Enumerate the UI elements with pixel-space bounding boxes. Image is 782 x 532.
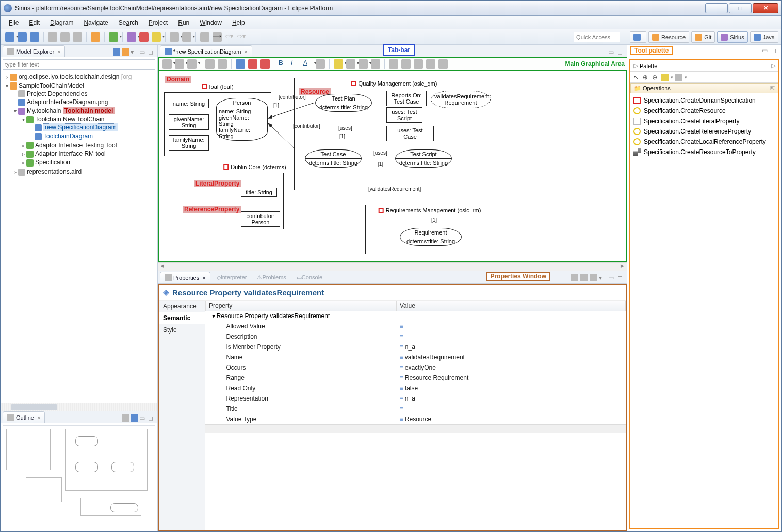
property-value[interactable]: ≡ n_a [397,393,626,404]
image-button[interactable] [371,59,380,69]
chevron-icon[interactable]: ▷ [771,62,775,69]
reveal-button[interactable] [414,59,423,69]
select-button[interactable] [175,59,184,69]
resource-testcase[interactable]: Test Case dcterms:title: String [305,149,362,168]
save-button[interactable] [18,32,27,42]
font-button[interactable] [316,59,325,69]
domain-qm[interactable]: Quality Management (oslc_qm) Test Plan d… [294,78,494,190]
resource-validates-selected[interactable]: validatesRequirement: Requirement [431,91,491,108]
property-row[interactable]: Range≡ Resource Requirement [206,373,626,383]
property-value[interactable]: ≡ exactlyOne [397,362,626,373]
menu-diagram[interactable]: Diagram [45,18,78,28]
tab-console[interactable]: ▭ Console [292,272,327,283]
property-row[interactable]: Read Only≡ false [206,383,626,393]
close-icon[interactable]: × [245,48,248,55]
maximize-view-icon[interactable]: ◻ [617,274,625,281]
property-value[interactable]: ≡ false [397,383,626,393]
small-field[interactable]: uses: Test Case [386,126,434,141]
literal-field[interactable]: title: String [241,188,277,197]
tree-item[interactable]: My.toolchain [27,107,61,114]
editor-tab[interactable]: *new SpecificationDiagram × [160,45,252,57]
minimize-view-icon[interactable]: ▭ [762,47,769,54]
perspective-java[interactable]: Java [750,31,778,43]
resource-testscript[interactable]: Test Script dcterms:title: String [395,149,452,168]
link-icon[interactable] [113,48,120,56]
debug-button[interactable] [127,32,136,42]
minimize-view-icon[interactable]: ▭ [608,274,615,281]
property-row[interactable]: Is Member Property≡ n_a [206,342,626,352]
pointer-icon[interactable]: ↖ [633,74,641,81]
palette-item[interactable]: Specification.CreateDomainSpecification [632,95,776,106]
export-button[interactable] [438,59,448,69]
property-value[interactable]: ≡ [397,331,626,342]
perspective-resource[interactable]: Resource [648,31,689,43]
pin-button[interactable] [236,59,245,69]
fill-button[interactable] [334,59,343,69]
palette-item[interactable]: Specification.CreateResourceToProperty [632,147,776,157]
close-button[interactable] [753,3,778,13]
maximize-view-icon[interactable]: ◻ [617,48,625,56]
menu-search[interactable]: Search [113,18,143,28]
menu-file[interactable]: File [4,18,24,28]
domain-dcterms[interactable]: Dublin Core (dcterms) title: String cont… [226,173,284,229]
tree-item-selected[interactable]: new SpecificationDiagram [43,123,118,131]
maximize-button[interactable] [729,3,752,13]
minimize-view-icon[interactable]: ▭ [139,414,146,422]
saveall-button[interactable] [30,32,39,42]
property-row[interactable]: Name≡ validatesRequirement [206,352,626,362]
tree-item[interactable]: AdaptorInterfaceDiagram.png [27,98,108,106]
explorer-tree[interactable]: ▹org.eclipse.lyo.tools.toolchain.design … [1,72,157,403]
property-row[interactable]: Representation≡ n_a [206,393,626,404]
generic-icon[interactable] [675,74,682,81]
property-value[interactable]: ≡ n_a [397,342,626,352]
perspective-git[interactable]: Git [691,31,715,43]
close-icon[interactable]: × [37,414,40,421]
stop-button[interactable] [139,32,149,42]
property-row[interactable]: Occurs≡ exactlyOne [206,362,626,373]
maximize-view-icon[interactable]: ◻ [771,47,778,54]
small-field[interactable]: uses: Test Script [386,107,422,123]
zoom-button[interactable] [91,32,100,42]
domain-rm[interactable]: Requirements Management (oslc_rm) Requir… [365,205,494,254]
diagram-canvas[interactable]: Domain Resource LiteralProperty Referenc… [158,71,627,262]
align-button[interactable] [187,59,197,69]
perspective-sirius[interactable]: Sirius [717,31,748,43]
outline-tool-icon[interactable] [122,414,129,422]
outline-tab[interactable]: Outline × [3,411,45,423]
property-value[interactable]: ≡ Resource [397,414,626,424]
tab-problems[interactable]: ⚠ Problems [253,272,290,283]
palette-section-header[interactable]: 📁 Operations ⇱ [630,83,778,93]
category-appearance[interactable]: Appearance [159,301,205,312]
resource-testplan[interactable]: Test Plan dcterms:title: String [315,94,372,112]
tree-item[interactable]: Specification [35,159,70,166]
delete-button[interactable] [260,59,270,69]
palette-item[interactable]: Specification.CreateReferenceProperty [632,126,776,137]
category-style[interactable]: Style [159,324,205,336]
hscrollbar[interactable] [1,403,157,411]
menu-run[interactable]: Run [173,18,194,28]
external-button[interactable] [152,32,161,42]
view-menu-icon[interactable]: ▾ [599,274,606,281]
filters-button[interactable] [218,59,227,69]
tree-item[interactable]: representations.aird [27,168,82,175]
close-icon[interactable]: × [57,48,60,55]
show-advanced-icon[interactable] [580,274,588,281]
arrange-button[interactable] [162,59,172,69]
palette-item[interactable]: Specification.CreateLiteralProperty [632,116,776,126]
col-property[interactable]: Property [206,301,397,311]
pin-icon[interactable]: ⇱ [770,85,775,92]
reference-field[interactable]: contributor: Person [241,211,280,227]
menu-help[interactable]: Help [227,18,250,28]
restore-icon[interactable] [590,274,597,281]
outline-body[interactable] [1,423,157,531]
menu-button[interactable] [170,32,179,42]
minimize-view-icon[interactable]: ▭ [608,48,615,56]
nav-fwd-drop[interactable]: ⇨▾ [237,32,247,42]
properties-table-wrap[interactable]: Property Value ▾ Resource Property valid… [205,301,626,530]
menu-project[interactable]: Project [143,18,173,28]
property-value[interactable]: ≡ [397,321,626,331]
view-menu-icon[interactable]: ▾ [131,48,138,56]
paste-button[interactable] [73,32,82,42]
nav-back-drop[interactable]: ⇦▾ [225,32,234,42]
line-style-button[interactable] [359,59,368,69]
